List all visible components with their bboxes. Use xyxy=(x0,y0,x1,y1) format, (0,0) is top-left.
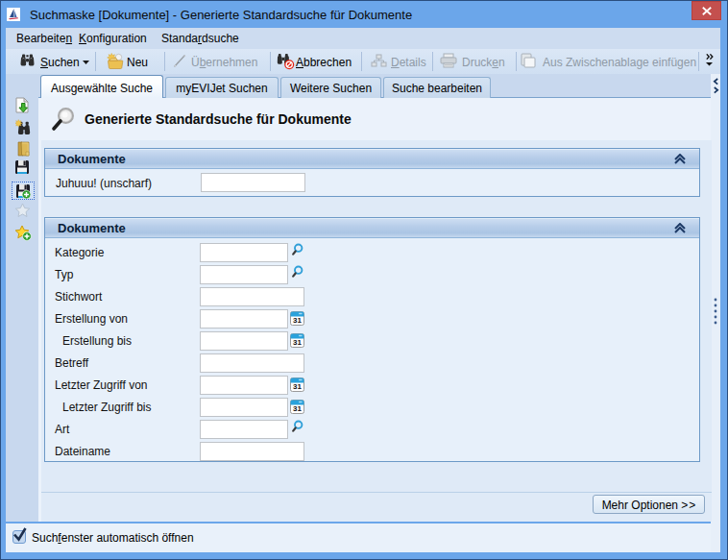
svg-text:31: 31 xyxy=(293,316,302,325)
svg-text:31: 31 xyxy=(293,382,302,391)
svg-text:31: 31 xyxy=(293,338,302,347)
svg-text:31: 31 xyxy=(293,404,302,413)
